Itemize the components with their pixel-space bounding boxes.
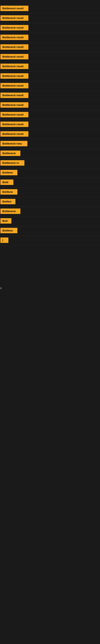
bottleneck-badge[interactable]: Bottleneck result [0, 102, 28, 108]
bottleneck-row: Bottleneck result [0, 14, 100, 23]
bottleneck-row: Bottleneck result [0, 4, 100, 14]
bottleneck-badge[interactable]: Bottleneck result [0, 131, 28, 137]
bottleneck-row: Bottleneck result [0, 130, 100, 139]
bottleneck-row: Bottleneck result [0, 120, 100, 130]
bottleneck-badge[interactable]: Bottlene [0, 189, 17, 194]
bottleneck-badge[interactable]: Bottlene [0, 170, 17, 175]
bottleneck-badge[interactable]: Bottleneck result [0, 122, 28, 127]
bottleneck-row: Bottleneck result [0, 52, 100, 62]
bottleneck-badge[interactable]: Bottleneck resu [0, 141, 27, 146]
bottleneck-row: Bottlene [0, 226, 100, 236]
bottleneck-badge[interactable]: Bottleneck result [0, 15, 28, 21]
site-header [0, 0, 100, 3]
bottleneck-badge[interactable]: Bottleneck result [0, 6, 28, 11]
bottleneck-row: Bottleneck result [0, 100, 100, 110]
bottleneck-list: Bottleneck resultBottleneck resultBottle… [0, 3, 100, 246]
bottleneck-row: Bottleneck result [0, 23, 100, 33]
bottleneck-row: Bottleneck result [0, 43, 100, 52]
bottleneck-badge[interactable]: Bottleneck result [0, 64, 28, 69]
bottleneck-row: Bottleneck resu [0, 139, 100, 149]
bottleneck-row: Bott [0, 216, 100, 226]
bottleneck-badge[interactable]: Bottlene [0, 228, 17, 233]
bottleneck-row: Bottleneck [0, 207, 100, 216]
bottleneck-row: Bottleneck result [0, 81, 100, 91]
bottleneck-badge[interactable]: Bottleneck result [0, 112, 28, 117]
bottleneck-badge[interactable]: Bottleneck [0, 208, 20, 214]
bottleneck-badge[interactable]: Bottleneck result [0, 92, 28, 98]
bottleneck-row: Bottleneck result [0, 72, 100, 81]
bottleneck-row: Bottleneck [0, 149, 100, 158]
bottleneck-row: Bottlen [0, 197, 100, 207]
bottleneck-badge[interactable]: Bottleneck result [0, 25, 28, 30]
bottleneck-row: Bottleneck result [0, 110, 100, 120]
bottleneck-badge[interactable]: Bottleneck [0, 150, 20, 156]
page-bottom: p [0, 246, 100, 367]
bottleneck-badge[interactable]: Bottleneck re [0, 160, 24, 166]
site-title [0, 0, 100, 3]
bottleneck-badge[interactable]: Bottleneck result [0, 44, 28, 50]
bottleneck-badge[interactable]: Bottleneck result [0, 83, 28, 88]
bottleneck-badge[interactable]: Bottleneck result [0, 54, 28, 59]
bottleneck-row: Bottlene [0, 168, 100, 178]
bottleneck-badge[interactable]: | [0, 238, 8, 243]
bottleneck-row: Bottl [0, 178, 100, 188]
bottleneck-badge[interactable]: Bottlen [0, 199, 15, 204]
bottleneck-row: Bottleneck result [0, 91, 100, 100]
bottleneck-row: | [0, 236, 100, 246]
bottleneck-row: Bottleneck re [0, 158, 100, 168]
bottleneck-badge[interactable]: Bottleneck result [0, 34, 28, 40]
bottleneck-row: Bottleneck result [0, 62, 100, 72]
bottleneck-badge[interactable]: Bott [0, 218, 11, 224]
bottleneck-badge[interactable]: Bottleneck result [0, 73, 28, 79]
bottleneck-badge[interactable]: Bottl [0, 180, 13, 185]
bottleneck-row: Bottlene [0, 188, 100, 197]
bottom-label: p [0, 246, 100, 290]
bottleneck-row: Bottleneck result [0, 33, 100, 43]
